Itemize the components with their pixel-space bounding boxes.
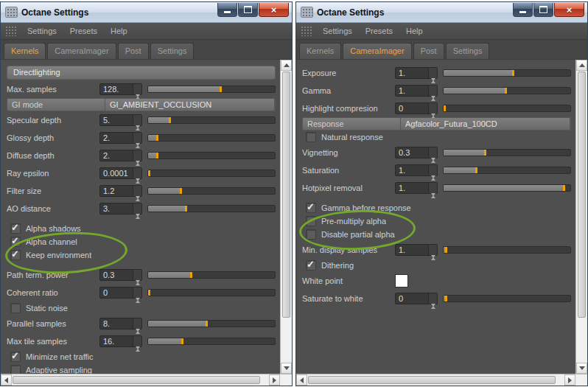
spin-down-arrow-icon[interactable] [431,258,435,271]
spin-value[interactable]: 1. [396,68,428,78]
spin-field-max-tile-samples[interactable]: 16. [99,335,142,347]
spin-field-parallel-samples[interactable]: 8. [99,318,142,330]
spin-arrows[interactable] [133,270,141,280]
scroll-right-button[interactable] [269,374,280,386]
spin-field-highlight-compresion[interactable]: 0 [395,102,438,114]
spin-arrows[interactable] [133,150,141,161]
close-button[interactable]: × [259,3,289,17]
slider-ray-epsilon[interactable] [147,170,276,177]
spin-value[interactable]: 1. [396,165,428,175]
spin-arrows[interactable] [428,245,437,255]
spin-value[interactable]: 1. [396,245,428,255]
scroll-down-button[interactable] [281,363,292,374]
vertical-scroll-thumb[interactable] [578,72,586,318]
menu-presets[interactable]: Presets [359,24,399,38]
checkbox-pre-multiply-alpha[interactable] [306,216,316,226]
spin-field-exposure[interactable]: 1. [395,67,438,79]
tab-kernels[interactable]: Kernels [299,43,341,59]
scroll-left-button[interactable] [296,374,307,386]
slider-hotpixel-removal[interactable] [443,184,571,192]
slider-saturation[interactable] [443,167,571,174]
titlebar[interactable]: Octane Settings × [1,2,292,23]
spin-down-arrow-icon[interactable] [431,196,435,209]
spin-field-saturation[interactable]: 1. [395,164,438,176]
spin-arrows[interactable] [428,293,437,304]
spin-arrows[interactable] [133,287,141,298]
spin-arrows[interactable] [133,186,141,196]
spin-value[interactable]: 0 [396,293,428,304]
spin-value[interactable]: 2. [100,150,133,161]
minimize-button[interactable] [513,3,533,17]
spin-field-diffuse-depth[interactable]: 2. [99,150,142,161]
menu-settings[interactable]: Settings [21,24,63,38]
slider-gamma[interactable] [443,87,571,94]
spin-arrows[interactable] [428,147,437,158]
spin-value[interactable]: 1.2 [100,186,133,196]
spin-value[interactable]: 0 [396,103,428,114]
spin-arrows[interactable] [133,84,141,94]
tab-post[interactable]: Post [118,43,149,59]
spin-value[interactable]: 128. [100,84,133,94]
menu-help[interactable]: Help [104,24,134,38]
spin-field-path-term-power[interactable]: 0.3 [99,269,142,281]
slider-vignetting[interactable] [443,149,571,156]
dropdown-gi-mode[interactable]: GI_AMBIENT_OCCLUSION [105,98,275,111]
spin-arrows[interactable] [133,318,141,329]
horizontal-scrollbar[interactable] [1,374,280,386]
slider-ao-distance[interactable] [147,205,276,212]
spin-value[interactable]: 0.3 [396,147,428,158]
checkbox-gamma-before-response[interactable] [306,203,316,213]
menu-presets[interactable]: Presets [63,24,104,38]
spin-field-coherent-ratio[interactable]: 0 [99,287,142,299]
slider-min-display-samples[interactable] [443,246,571,254]
spin-arrows[interactable] [133,203,141,214]
spin-field-hotpixel-removal[interactable]: 1. [395,182,438,194]
checkbox-static-noise[interactable] [10,303,21,313]
spin-field-glossy-depth[interactable]: 2. [99,132,142,144]
titlebar[interactable]: Octane Settings × [296,2,587,23]
slider-coherent-ratio[interactable] [147,289,276,296]
checkbox-adaptive-sampling[interactable] [10,365,21,374]
slider-highlight-compresion[interactable] [443,105,571,112]
slider-filter-size[interactable] [147,187,276,195]
minimize-button[interactable] [217,3,237,17]
horizontal-scroll-thumb[interactable] [308,376,556,384]
checkbox-natural-response[interactable] [306,132,316,142]
spin-field-vignetting[interactable]: 0.3 [395,147,438,158]
spin-value[interactable]: 0.3 [100,270,133,280]
spin-field-gamma[interactable]: 1. [395,85,438,97]
spin-down-arrow-icon[interactable] [136,349,140,363]
spin-value[interactable]: 5. [100,115,133,125]
tab-kernels[interactable]: Kernels [4,43,46,59]
tab-cameraimager[interactable]: CameraImager [343,43,411,59]
slider-glossy-depth[interactable] [147,134,276,142]
spin-arrows[interactable] [133,168,141,178]
spin-value[interactable]: 1. [396,183,428,193]
spin-arrows[interactable] [133,336,141,346]
spin-arrows[interactable] [428,68,437,78]
slider-exposure[interactable] [443,69,571,77]
slider-specular-depth[interactable] [147,116,276,124]
spin-arrows[interactable] [428,86,437,96]
vertical-scrollbar[interactable] [280,60,292,374]
menu-help[interactable]: Help [399,24,430,38]
spin-arrows[interactable] [428,183,437,193]
vertical-scroll-thumb[interactable] [282,72,290,318]
spin-value[interactable]: 1. [396,86,428,96]
spin-field-filter-size[interactable]: 1.2 [99,185,142,197]
color-swatch-white-point[interactable] [395,274,408,287]
spin-down-arrow-icon[interactable] [136,217,140,230]
slider-max-tile-samples[interactable] [147,338,276,345]
scroll-right-button[interactable] [564,374,575,386]
spin-down-arrow-icon[interactable] [136,301,140,314]
checkbox-alpha-shadows[interactable] [10,223,21,234]
slider-max-samples[interactable] [147,86,276,93]
checkbox-keep-environment[interactable] [10,250,21,260]
spin-field-ray-epsilon[interactable]: 0.0001 [99,167,142,179]
close-button[interactable]: × [554,3,584,17]
menu-settings[interactable]: Settings [316,24,359,38]
scroll-left-button[interactable] [1,374,12,386]
slider-path-term-power[interactable] [147,271,276,279]
spin-arrows[interactable] [133,133,141,143]
spin-field-max-samples[interactable]: 128. [99,83,142,95]
